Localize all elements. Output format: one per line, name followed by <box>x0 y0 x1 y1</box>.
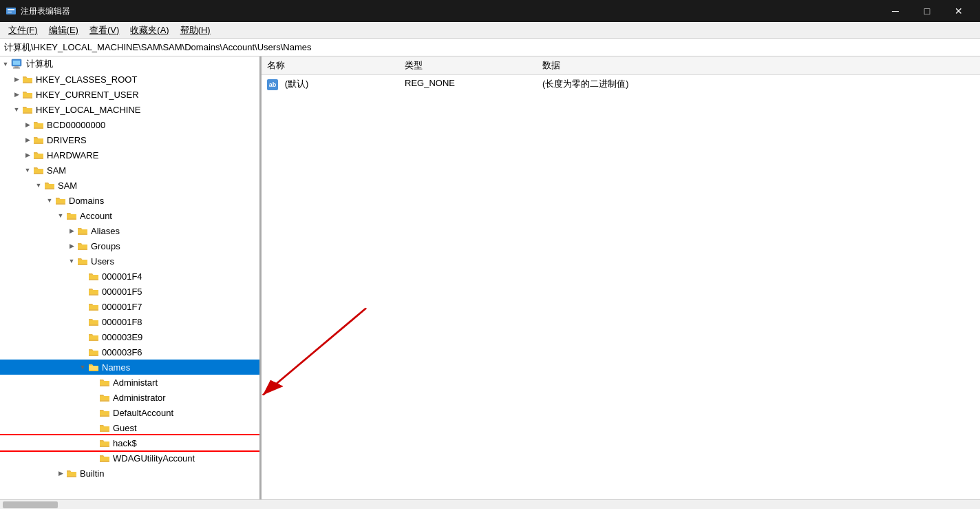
entry-type: REG_NONE <box>399 75 537 94</box>
expand-icon: ▼ <box>55 210 66 221</box>
tree-label-administrator: Administrator <box>113 393 166 403</box>
menu-favorites[interactable]: 收藏夹(A) <box>125 23 174 38</box>
tree-item-aliases[interactable]: ▶ Aliases <box>0 223 259 238</box>
expand-icon: ▶ <box>11 74 22 85</box>
horizontal-scrollbar[interactable] <box>0 499 980 509</box>
main-area: ▼ 计算机 ▶ HKEY_CLASSES_ROO <box>0 56 980 499</box>
tree-item-groups[interactable]: ▶ Groups <box>0 238 259 253</box>
tree-label-sam: SAM <box>58 180 77 191</box>
folder-icon <box>99 437 110 448</box>
expand-icon: ▶ <box>22 149 33 160</box>
tree-label-administart: Administart <box>113 377 158 388</box>
expand-icon: ▼ <box>22 165 33 176</box>
tree-item-users[interactable]: ▼ Users <box>0 253 259 269</box>
tree-item-000003f6[interactable]: ▶ 000003F6 <box>0 344 259 360</box>
scrollbar-thumb[interactable] <box>3 501 58 508</box>
folder-icon <box>33 149 44 160</box>
tree-label-sam-root: SAM <box>47 165 66 176</box>
tree-label-computer: 计算机 <box>26 58 53 70</box>
folder-icon <box>88 271 99 282</box>
folder-icon <box>99 422 110 433</box>
col-header-data: 数据 <box>537 56 980 75</box>
tree-label-000003e9: 000003E9 <box>102 332 142 342</box>
tree-item-local-machine[interactable]: ▼ HKEY_LOCAL_MACHINE <box>0 102 259 117</box>
tree-item-names[interactable]: ▼ Names <box>0 360 259 375</box>
tree-item-classes-root[interactable]: ▶ HKEY_CLASSES_ROOT <box>0 72 259 87</box>
table-row[interactable]: ab (默认) REG_NONE (长度为零的二进制值) <box>262 75 980 94</box>
tree-item-wdag[interactable]: ▶ WDAGUtilityAccount <box>0 450 259 466</box>
tree-item-000001f7[interactable]: ▶ 000001F7 <box>0 299 259 314</box>
tree-label-bcd: BCD00000000 <box>47 120 105 130</box>
expand-icon: ▶ <box>22 119 33 130</box>
folder-icon <box>66 468 77 479</box>
expand-icon: ▶ <box>66 240 77 251</box>
svg-rect-5 <box>14 66 19 67</box>
folder-icon <box>77 225 88 236</box>
menu-file[interactable]: 文件(F) <box>3 23 43 38</box>
expand-icon: ▶ <box>11 89 22 100</box>
folder-icon <box>77 240 88 251</box>
registry-tree[interactable]: ▼ 计算机 ▶ HKEY_CLASSES_ROO <box>0 56 262 499</box>
minimize-button[interactable]: ─ <box>880 0 911 22</box>
expand-icon: ▼ <box>66 256 77 267</box>
close-button[interactable]: ✕ <box>943 0 974 22</box>
tree-label-users: Users <box>91 256 114 267</box>
tree-label-000001f8: 000001F8 <box>102 317 142 327</box>
tree-item-defaultaccount[interactable]: ▶ DefaultAccount <box>0 405 259 420</box>
tree-item-000001f8[interactable]: ▶ 000001F8 <box>0 314 259 329</box>
registry-detail: 名称 类型 数据 ab (默认) REG_NONE (长度为零的二进制值) <box>262 56 980 499</box>
svg-rect-1 <box>8 9 14 10</box>
menu-help[interactable]: 帮助(H) <box>175 23 216 38</box>
title-bar: 注册表编辑器 ─ □ ✕ <box>0 0 980 22</box>
tree-item-sam[interactable]: ▼ SAM <box>0 178 259 193</box>
tree-item-domains[interactable]: ▼ Domains <box>0 193 259 208</box>
tree-item-administart[interactable]: ▶ Administart <box>0 375 259 390</box>
folder-open-icon <box>55 195 66 206</box>
tree-item-bcd[interactable]: ▶ BCD00000000 <box>0 117 259 132</box>
app-icon <box>6 6 17 17</box>
tree-label-000001f7: 000001F7 <box>102 302 142 312</box>
folder-open-icon <box>33 165 44 176</box>
folder-open-icon <box>77 256 88 267</box>
tree-item-guest[interactable]: ▶ Guest <box>0 420 259 435</box>
expand-icon: ▶ <box>55 468 66 479</box>
expand-icon: ▶ <box>66 225 77 236</box>
tree-item-000001f4[interactable]: ▶ 000001F4 <box>0 269 259 284</box>
tree-item-account[interactable]: ▼ Account <box>0 208 259 223</box>
folder-icon <box>88 301 99 312</box>
tree-label-current-user: HKEY_CURRENT_USER <box>36 90 139 100</box>
menu-edit[interactable]: 编辑(E) <box>43 23 84 38</box>
menu-bar: 文件(F) 编辑(E) 查看(V) 收藏夹(A) 帮助(H) <box>0 22 980 39</box>
folder-icon <box>33 134 44 145</box>
tree-item-hardware[interactable]: ▶ HARDWARE <box>0 147 259 163</box>
tree-item-current-user[interactable]: ▶ HKEY_CURRENT_USER <box>0 87 259 102</box>
svg-rect-4 <box>13 61 20 65</box>
tree-label-aliases: Aliases <box>91 226 120 236</box>
tree-item-hack[interactable]: ▶ hack$ <box>0 435 259 450</box>
entry-data: (长度为零的二进制值) <box>537 75 980 94</box>
tree-label-hardware: HARDWARE <box>47 150 98 160</box>
computer-icon <box>11 59 23 70</box>
tree-item-000003e9[interactable]: ▶ 000003E9 <box>0 329 259 344</box>
tree-item-administrator[interactable]: ▶ Administrator <box>0 390 259 405</box>
tree-label-builtin: Builtin <box>80 468 104 479</box>
tree-label-hack: hack$ <box>113 438 137 448</box>
svg-line-8 <box>263 308 366 395</box>
tree-item-computer[interactable]: ▼ 计算机 <box>0 56 259 72</box>
tree-item-000001f5[interactable]: ▶ 000001F5 <box>0 284 259 299</box>
tree-label-guest: Guest <box>113 423 137 433</box>
tree-label-groups: Groups <box>91 241 120 251</box>
tree-item-builtin[interactable]: ▶ Builtin <box>0 466 259 481</box>
tree-item-drivers[interactable]: ▶ DRIVERS <box>0 132 259 147</box>
tree-label-names: Names <box>102 362 130 373</box>
tree-item-sam-root[interactable]: ▼ SAM <box>0 163 259 178</box>
folder-icon <box>88 346 99 357</box>
folder-open-icon <box>66 210 77 221</box>
tree-label-000001f5: 000001F5 <box>102 287 142 297</box>
tree-label-drivers: DRIVERS <box>47 135 87 145</box>
reg-entry-icon: ab <box>267 79 278 90</box>
menu-view[interactable]: 查看(V) <box>84 23 125 38</box>
address-path: 计算机\HKEY_LOCAL_MACHINE\SAM\SAM\Domains\A… <box>4 41 311 54</box>
maximize-button[interactable]: □ <box>911 0 943 22</box>
tree-label-000001f4: 000001F4 <box>102 271 142 282</box>
